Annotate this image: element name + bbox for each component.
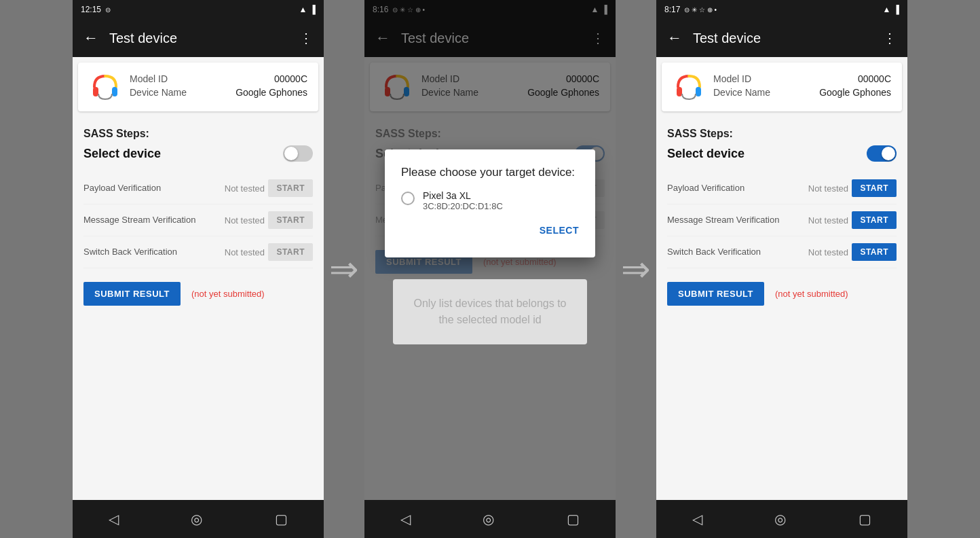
select-device-toggle-1[interactable] <box>283 145 313 162</box>
sim-icon-3: ⊝ ✳ ☆ ⊕ • <box>684 6 717 14</box>
dim-overlay: Please choose your target device: Pixel … <box>364 0 616 500</box>
step-status-payload-3: Not tested <box>804 183 852 194</box>
svg-rect-0 <box>93 87 98 96</box>
time-1: 12:15 <box>81 5 101 14</box>
dialog-option-1[interactable]: Pixel 3a XL 3C:8D:20:DC:D1:8C <box>401 190 579 211</box>
svg-rect-4 <box>677 87 682 96</box>
model-id-label-3: Model ID <box>713 73 751 84</box>
time-3: 8:17 <box>664 5 680 14</box>
device-card-3: Model ID 00000C Device Name Google Gphon… <box>662 62 902 111</box>
step-status-switch-1: Not tested <box>221 247 268 257</box>
radio-button-1[interactable] <box>401 192 415 205</box>
battery-icon-1: ▐ <box>309 5 316 14</box>
arrow-2: ⇒ <box>616 249 656 289</box>
start-button-switch-1[interactable]: START <box>268 243 313 261</box>
start-button-stream-1[interactable]: START <box>268 211 313 229</box>
app-title-1: Test device <box>109 31 288 46</box>
step-label-stream-3: Message Stream Verification <box>667 215 804 226</box>
back-button-1[interactable]: ← <box>83 29 98 47</box>
recent-nav-2[interactable]: ▢ <box>567 511 580 527</box>
sass-title-3: SASS Steps: <box>667 128 897 140</box>
battery-icon-3: ▐ <box>893 5 899 14</box>
dialog-device-name-1: Pixel 3a XL <box>423 190 503 201</box>
step-label-switch-3: Switch Back Verification <box>667 247 804 258</box>
nav-bar-1: ◁ ◎ ▢ <box>73 500 324 538</box>
screens-container: 12:15 ⊝ ▲ ▐ ← Test device ⋮ <box>0 0 980 538</box>
wifi-icon-3: ▲ <box>883 5 891 14</box>
sass-content-1: SASS Steps: Select device Payload Verifi… <box>73 117 324 500</box>
step-label-payload-1: Payload Verification <box>83 183 221 194</box>
submit-button-3[interactable]: SUBMIT RESULT <box>667 282 764 306</box>
sass-content-3: SASS Steps: Select device Payload Verifi… <box>656 117 907 500</box>
step-row-payload-3: Payload Verification Not tested START <box>667 173 897 204</box>
status-bar-3: 8:17 ⊝ ✳ ☆ ⊕ • ▲ ▐ <box>656 0 907 19</box>
home-nav-2[interactable]: ◎ <box>483 511 494 527</box>
step-label-stream-1: Message Stream Verification <box>83 215 221 226</box>
submit-row-1: SUBMIT RESULT (not yet submitted) <box>83 282 313 306</box>
device-name-label-1: Device Name <box>130 87 187 98</box>
back-nav-2[interactable]: ◁ <box>400 511 411 527</box>
step-status-switch-3: Not tested <box>804 247 852 257</box>
sass-title-1: SASS Steps: <box>83 128 313 140</box>
phone-screen-3: 8:17 ⊝ ✳ ☆ ⊕ • ▲ ▐ ← Test device ⋮ <box>656 0 907 538</box>
step-row-switch-1: Switch Back Verification Not tested STAR… <box>83 236 313 268</box>
device-logo-3 <box>673 71 705 103</box>
step-row-payload-1: Payload Verification Not tested START <box>83 173 313 204</box>
phone-screen-2: 8:16 ⊝ ✳ ☆ ⊕ • ▲ ▐ ← Test device ⋮ <box>364 0 616 538</box>
status-bar-1: 12:15 ⊝ ▲ ▐ <box>73 0 324 19</box>
device-info-3: Model ID 00000C Device Name Google Gphon… <box>713 73 891 101</box>
back-nav-3[interactable]: ◁ <box>692 511 702 527</box>
app-bar-3: ← Test device ⋮ <box>656 19 907 57</box>
device-name-value-3: Google Gphones <box>819 87 891 98</box>
arrow-1: ⇒ <box>324 249 364 289</box>
svg-rect-1 <box>112 87 117 96</box>
start-button-stream-3[interactable]: START <box>852 211 897 229</box>
sim-icon-1: ⊝ <box>105 6 111 14</box>
wifi-icon-1: ▲ <box>299 5 307 14</box>
model-id-label-1: Model ID <box>130 73 168 84</box>
select-device-toggle-3[interactable] <box>867 145 897 162</box>
dialog-select-button[interactable]: SELECT <box>540 219 579 241</box>
submit-button-1[interactable]: SUBMIT RESULT <box>83 282 181 306</box>
svg-rect-5 <box>696 87 701 96</box>
recent-nav-3[interactable]: ▢ <box>859 511 871 527</box>
recent-nav-1[interactable]: ▢ <box>275 511 288 527</box>
back-nav-1[interactable]: ◁ <box>109 511 119 527</box>
nav-bar-2: ◁ ◎ ▢ <box>364 500 616 538</box>
step-row-switch-3: Switch Back Verification Not tested STAR… <box>667 236 897 268</box>
back-button-3[interactable]: ← <box>667 29 682 47</box>
step-status-payload-1: Not tested <box>221 183 268 194</box>
step-row-stream-3: Message Stream Verification Not tested S… <box>667 204 897 236</box>
device-name-label-3: Device Name <box>713 87 770 98</box>
not-submitted-3: (not yet submitted) <box>775 289 848 299</box>
more-button-3[interactable]: ⋮ <box>883 30 897 46</box>
nav-bar-3: ◁ ◎ ▢ <box>656 500 907 538</box>
dialog-actions: SELECT <box>401 219 579 241</box>
home-nav-3[interactable]: ◎ <box>774 511 786 527</box>
start-button-payload-1[interactable]: START <box>268 179 313 197</box>
more-button-1[interactable]: ⋮ <box>299 30 313 46</box>
dialog-device-addr-1: 3C:8D:20:DC:D1:8C <box>423 201 503 211</box>
device-select-dialog: Please choose your target device: Pixel … <box>385 149 595 257</box>
device-info-1: Model ID 00000C Device Name Google Gphon… <box>130 73 307 101</box>
phone-screen-1: 12:15 ⊝ ▲ ▐ ← Test device ⋮ <box>73 0 324 538</box>
device-name-value-1: Google Gphones <box>235 87 307 98</box>
step-status-stream-3: Not tested <box>804 215 852 226</box>
select-device-label-1: Select device <box>83 147 161 161</box>
device-logo-1 <box>89 71 121 103</box>
submit-row-3: SUBMIT RESULT (not yet submitted) <box>667 282 897 306</box>
step-row-stream-1: Message Stream Verification Not tested S… <box>83 204 313 236</box>
start-button-switch-3[interactable]: START <box>852 243 897 261</box>
select-device-label-3: Select device <box>667 147 745 161</box>
app-bar-1: ← Test device ⋮ <box>73 19 324 57</box>
dialog-title: Please choose your target device: <box>401 166 579 179</box>
select-device-row-3: Select device <box>667 145 897 162</box>
model-id-value-3: 00000C <box>858 73 891 84</box>
select-device-row-1: Select device <box>83 145 313 162</box>
toggle-thumb-1 <box>284 147 298 160</box>
model-id-value-1: 00000C <box>274 73 307 84</box>
start-button-payload-3[interactable]: START <box>852 179 897 197</box>
not-submitted-1: (not yet submitted) <box>191 289 265 299</box>
home-nav-1[interactable]: ◎ <box>191 511 202 527</box>
steps-table-1: Payload Verification Not tested START Me… <box>83 173 313 268</box>
